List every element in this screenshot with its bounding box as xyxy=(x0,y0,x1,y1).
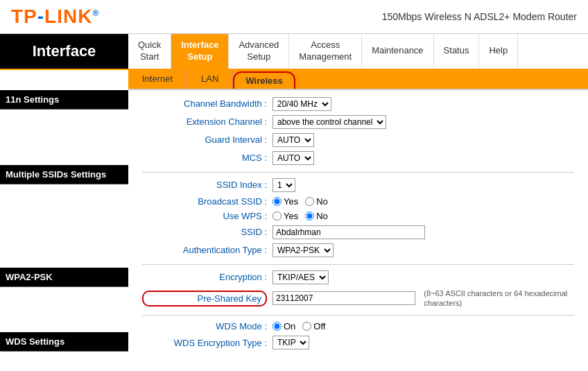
wds-mode-off-radio[interactable] xyxy=(302,322,311,331)
divider-3 xyxy=(142,315,574,316)
channel-bandwidth-row: Channel Bandwidth : 20/40 MHz 20 MHz xyxy=(142,97,574,111)
wpa2-psk-section: Encryption : TKIP/AES TKIP AES Pre-Share… xyxy=(142,270,574,309)
ssid-index-control: 1234 xyxy=(273,178,295,192)
wds-mode-on-label[interactable]: On xyxy=(273,321,295,331)
use-wps-no-label[interactable]: No xyxy=(305,211,328,221)
wds-mode-row: WDS Mode : On Off xyxy=(142,321,574,331)
encryption-select[interactable]: TKIP/AES TKIP AES xyxy=(273,270,329,284)
psk-hint: (8~63 ASCII characters or 64 hexadecimal… xyxy=(424,288,574,309)
mcs-control: AUTO 0123 4567 xyxy=(273,151,314,165)
wds-mode-control: On Off xyxy=(273,321,325,331)
use-wps-yes-radio[interactable] xyxy=(273,212,282,221)
ssid-label: SSID : xyxy=(142,227,267,237)
wds-mode-label: WDS Mode : xyxy=(142,321,267,331)
wds-mode-off-label[interactable]: Off xyxy=(302,321,325,331)
auth-type-label: Authentication Type : xyxy=(142,245,267,255)
use-wps-control: Yes No xyxy=(273,211,328,221)
ssid-index-select[interactable]: 1234 xyxy=(273,178,295,192)
guard-interval-select[interactable]: AUTO Long Short xyxy=(273,133,314,147)
sidebar-11n-settings: 11n Settings xyxy=(0,90,128,110)
sidebar-wpa2-psk: WPA2-PSK xyxy=(0,268,128,287)
logo-tp: TP xyxy=(11,6,37,27)
broadcast-ssid-yes-label[interactable]: Yes xyxy=(273,196,298,207)
extension-channel-row: Extension Channel : above the control ch… xyxy=(142,115,574,129)
extension-channel-control: above the control channel below the cont… xyxy=(273,115,386,129)
sidebar: 11n Settings Multiple SSIDs Settings WPA… xyxy=(0,90,128,364)
broadcast-ssid-label: Broadcast SSID : xyxy=(142,196,267,207)
broadcast-ssid-control: Yes No xyxy=(273,196,328,207)
mcs-row: MCS : AUTO 0123 4567 xyxy=(142,151,574,165)
nav-bar: Interface QuickStart InterfaceSetup Adva… xyxy=(0,34,588,70)
wds-mode-on-radio[interactable] xyxy=(273,322,282,331)
encryption-label: Encryption : xyxy=(142,272,267,282)
content-area: Channel Bandwidth : 20/40 MHz 20 MHz Ext… xyxy=(128,90,588,364)
divider-1 xyxy=(142,172,574,173)
sub-tab-internet[interactable]: Internet xyxy=(128,70,187,89)
broadcast-ssid-yes-radio[interactable] xyxy=(273,197,282,206)
logo-dash: - xyxy=(37,6,44,27)
ssid-row: SSID : xyxy=(142,225,574,239)
guard-interval-row: Guard Interval : AUTO Long Short xyxy=(142,133,574,147)
tab-quick-start[interactable]: QuickStart xyxy=(128,34,171,69)
sidebar-multiple-ssids: Multiple SSIDs Settings xyxy=(0,165,128,184)
tab-status[interactable]: Status xyxy=(434,34,480,69)
tab-advanced-setup[interactable]: AdvancedSetup xyxy=(229,34,289,69)
ssid-index-row: SSID Index : 1234 xyxy=(142,178,574,192)
psk-label: Pre-Shared Key xyxy=(142,291,267,307)
tab-maintenance[interactable]: Maintenance xyxy=(362,34,433,69)
multiple-ssids-section: SSID Index : 1234 Broadcast SSID : Yes N… xyxy=(142,178,574,257)
logo: TP-LINK® xyxy=(11,6,99,28)
ssid-index-label: SSID Index : xyxy=(142,180,267,190)
use-wps-no-radio[interactable] xyxy=(305,212,314,221)
11n-settings-section: Channel Bandwidth : 20/40 MHz 20 MHz Ext… xyxy=(142,97,574,165)
psk-row: Pre-Shared Key (8~63 ASCII characters or… xyxy=(142,288,574,309)
main-layout: 11n Settings Multiple SSIDs Settings WPA… xyxy=(0,90,588,364)
sub-nav: Internet LAN Wireless xyxy=(128,70,588,90)
use-wps-label: Use WPS : xyxy=(142,211,267,221)
encryption-row: Encryption : TKIP/AES TKIP AES xyxy=(142,270,574,284)
logo-registered: ® xyxy=(92,8,99,18)
divider-2 xyxy=(142,264,574,265)
page-header: TP-LINK® 150Mbps Wireless N ADSL2+ Modem… xyxy=(0,0,588,34)
channel-bandwidth-control: 20/40 MHz 20 MHz xyxy=(273,97,331,111)
wds-encryption-control: TKIP AES xyxy=(273,336,309,350)
guard-interval-label: Guard Interval : xyxy=(142,135,267,145)
use-wps-row: Use WPS : Yes No xyxy=(142,211,574,221)
product-name: 150Mbps Wireless N ADSL2+ Modem Router xyxy=(382,11,577,22)
sidebar-label: Interface xyxy=(0,34,128,69)
sub-tab-lan[interactable]: LAN xyxy=(187,70,233,89)
use-wps-yes-label[interactable]: Yes xyxy=(273,211,298,221)
encryption-control: TKIP/AES TKIP AES xyxy=(273,270,329,284)
tab-help[interactable]: Help xyxy=(479,34,518,69)
wds-encryption-select[interactable]: TKIP AES xyxy=(273,336,309,350)
mcs-label: MCS : xyxy=(142,153,267,163)
auth-type-row: Authentication Type : WPA2-PSK Open Shar… xyxy=(142,243,574,257)
channel-bandwidth-label: Channel Bandwidth : xyxy=(142,98,267,109)
channel-bandwidth-select[interactable]: 20/40 MHz 20 MHz xyxy=(273,97,331,111)
extension-channel-label: Extension Channel : xyxy=(142,117,267,127)
wds-settings-section: WDS Mode : On Off WDS Encryption Type : … xyxy=(142,321,574,350)
guard-interval-control: AUTO Long Short xyxy=(273,133,314,147)
mcs-select[interactable]: AUTO 0123 4567 xyxy=(273,151,314,165)
broadcast-ssid-row: Broadcast SSID : Yes No xyxy=(142,196,574,207)
extension-channel-select[interactable]: above the control channel below the cont… xyxy=(273,115,386,129)
tab-interface-setup[interactable]: InterfaceSetup xyxy=(171,34,229,69)
ssid-input[interactable] xyxy=(273,225,425,239)
ssid-control xyxy=(273,225,425,239)
nav-tabs: QuickStart InterfaceSetup AdvancedSetup … xyxy=(128,34,588,69)
broadcast-ssid-no-label[interactable]: No xyxy=(305,196,328,207)
psk-input[interactable] xyxy=(273,291,415,305)
auth-type-select[interactable]: WPA2-PSK Open Shared WPA-PSK xyxy=(273,243,334,257)
wds-encryption-row: WDS Encryption Type : TKIP AES xyxy=(142,336,574,350)
sidebar-wds-settings: WDS Settings xyxy=(0,332,128,352)
auth-type-control: WPA2-PSK Open Shared WPA-PSK xyxy=(273,243,334,257)
logo-link: LINK xyxy=(44,6,92,27)
broadcast-ssid-no-radio[interactable] xyxy=(305,197,314,206)
wds-encryption-label: WDS Encryption Type : xyxy=(142,338,267,348)
sub-tab-wireless[interactable]: Wireless xyxy=(233,71,295,89)
psk-control: (8~63 ASCII characters or 64 hexadecimal… xyxy=(273,288,574,309)
tab-access-management[interactable]: AccessManagement xyxy=(289,34,362,69)
